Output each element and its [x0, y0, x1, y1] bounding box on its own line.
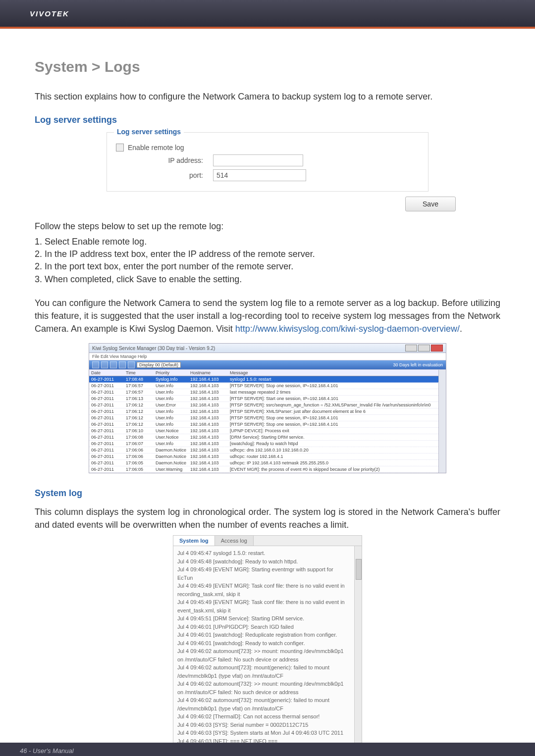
table-row[interactable]: 06-27-201117:08:48Syslog.Info192.168.4.1… [89, 376, 438, 383]
table-cell: 06-27-2011 [91, 460, 126, 465]
toolbar-icon[interactable] [101, 361, 108, 368]
table-cell: User.Info [156, 383, 190, 388]
table-cell: 192.168.4.103 [190, 448, 230, 453]
table-cell: User.Info [156, 422, 190, 427]
page-content: System > Logs This section explains how … [0, 29, 535, 756]
kiwi-title-text: Kiwi Syslog Service Manager (30 Day tria… [92, 346, 215, 351]
table-cell: 17:06:07 [126, 441, 156, 446]
ip-address-input[interactable] [213, 154, 303, 166]
tab-access-log[interactable]: Access log [215, 536, 254, 546]
table-cell: 17:06:05 [126, 467, 156, 472]
table-row[interactable]: 06-27-201117:06:05Daemon.Notice192.168.4… [89, 460, 438, 466]
table-cell: [DRM Service]: Starting DRM service. [230, 435, 436, 440]
table-cell: 06-27-2011 [91, 403, 126, 407]
table-cell: 17:06:12 [126, 422, 156, 427]
table-row[interactable]: 06-27-201117:06:57User.Info192.168.4.103… [89, 383, 438, 389]
table-cell: 17:06:05 [126, 460, 156, 465]
log-server-settings-panel: Log server settings Enable remote log IP… [107, 132, 428, 192]
table-row[interactable]: 06-27-201117:06:06Daemon.Notice192.168.4… [89, 454, 438, 460]
col-priority: Priority [156, 370, 190, 375]
table-row[interactable]: 06-27-201117:06:57User.Info192.168.4.103… [89, 389, 438, 396]
minimize-icon[interactable] [405, 345, 417, 352]
kiwi-menubar[interactable]: File Edit View Manage Help [89, 353, 446, 360]
table-cell: 06-27-2011 [91, 428, 126, 433]
log-line: Jul 4 09:46:03 [SYS]: Serial number = 00… [177, 721, 350, 729]
steps-intro: Follow the steps below to set up the rem… [35, 221, 500, 232]
table-cell: 192.168.4.103 [190, 396, 230, 401]
col-date: Date [91, 370, 126, 375]
table-row[interactable]: 06-27-201117:06:05User.Warning192.168.4.… [89, 466, 438, 473]
table-cell: User.Info [156, 441, 190, 446]
tab-system-log[interactable]: System log [173, 536, 215, 546]
table-cell: 192.168.4.103 [190, 460, 230, 465]
table-row[interactable]: 06-27-201117:06:06Daemon.Notice192.168.4… [89, 447, 438, 454]
toolbar-icon[interactable] [128, 361, 135, 368]
table-cell: [RTSP SERVER]: Start one session, IP=192… [230, 396, 436, 401]
kiwi-link[interactable]: http://www.kiwisyslog.com/kiwi-syslog-da… [235, 324, 460, 334]
table-cell: 06-27-2011 [91, 454, 126, 459]
table-cell: 17:06:08 [126, 435, 156, 440]
table-cell: 06-27-2011 [91, 383, 126, 388]
table-cell: [UPNP DEVICE]: Process exit [230, 428, 436, 433]
ip-address-label: IP address: [114, 156, 213, 164]
toolbar-icon[interactable] [92, 361, 99, 368]
table-cell: User.Info [156, 409, 190, 414]
table-cell: 17:06:10 [126, 428, 156, 433]
col-time: Time [126, 370, 156, 375]
table-cell: User.Warning [156, 467, 190, 472]
table-row[interactable]: 06-27-201117:06:12User.Info192.168.4.103… [89, 408, 438, 415]
log-line: Jul 4 09:46:01 [swatchdog]: Reduplicate … [177, 631, 350, 639]
scroll-thumb[interactable] [356, 559, 362, 580]
table-cell: 17:06:57 [126, 390, 156, 395]
table-cell: 06-27-2011 [91, 441, 126, 446]
table-cell: udhcpc: dns 192.168.0.10 192.168.0.20 [230, 448, 436, 453]
kiwi-table: Date Time Priority Hostname Message 06-2… [89, 370, 438, 473]
table-row[interactable]: 06-27-201117:06:13User.Info192.168.4.103… [89, 396, 438, 402]
table-cell: User.Info [156, 390, 190, 395]
table-cell: User.Info [156, 396, 190, 401]
close-icon[interactable] [431, 345, 443, 352]
system-log-scrollbar[interactable] [354, 546, 362, 748]
table-cell: [swatchdog]: Ready to watch httpd [230, 441, 436, 446]
brand-logo: VIVOTEK [30, 9, 69, 18]
maximize-icon[interactable] [418, 345, 430, 352]
log-line: Jul 4 09:45:47 syslogd 1.5.0: restart. [177, 549, 350, 557]
table-cell: [RTSP SERVER]: Stop one session, IP=192.… [230, 415, 436, 420]
system-log-panel: System log Access log Jul 4 09:45:47 sys… [173, 535, 362, 749]
table-row[interactable]: 06-27-201117:06:10User.Notice192.168.4.1… [89, 428, 438, 434]
log-server-heading: Log server settings [35, 115, 500, 125]
table-cell: 17:06:57 [126, 383, 156, 388]
table-row[interactable]: 06-27-201117:06:12User.Error192.168.4.10… [89, 402, 438, 408]
toolbar-icon[interactable] [110, 361, 117, 368]
table-cell: 192.168.4.103 [190, 409, 230, 414]
table-row[interactable]: 06-27-201117:06:12User.Info192.168.4.103… [89, 415, 438, 421]
enable-remote-log-checkbox[interactable] [116, 144, 124, 151]
kiwi-scrollbar[interactable] [438, 370, 446, 473]
steps-list: 1. Select Enable remote log. 2. In the I… [35, 236, 500, 286]
step-1: 1. Select Enable remote log. [35, 236, 500, 248]
col-message: Message [230, 370, 436, 375]
table-cell: 17:06:12 [126, 409, 156, 414]
log-line: Jul 4 09:45:51 [DRM Service]: Starting D… [177, 614, 350, 623]
toolbar-icon[interactable] [119, 361, 126, 368]
table-cell: 17:06:06 [126, 454, 156, 459]
trial-text: 30 Days left in evaluation [393, 362, 443, 367]
remote-paragraph: You can configure the Network Camera to … [35, 297, 500, 335]
table-cell: Syslog.Info [156, 377, 190, 382]
display-dropdown[interactable]: Display 00 (Default) [137, 362, 181, 368]
table-cell: Daemon.Notice [156, 454, 190, 459]
table-cell: [RTSP SERVER]: Stop one session, IP=192.… [230, 422, 436, 427]
log-line: Jul 4 09:45:49 [EVENT MGR]: Task conf fi… [177, 582, 350, 598]
save-button[interactable]: Save [405, 197, 456, 211]
table-cell: udhcpc: IP 192.168.4.103 netmask 255.255… [230, 460, 436, 465]
log-line: Jul 4 09:45:49 [EVENT MGR]: Task conf fi… [177, 598, 350, 614]
table-cell: 192.168.4.103 [190, 422, 230, 427]
table-row[interactable]: 06-27-201117:06:07User.Info192.168.4.103… [89, 441, 438, 447]
log-line: Jul 4 09:46:02 automount[732]: >> mount:… [177, 680, 350, 696]
table-row[interactable]: 06-27-201117:06:12User.Info192.168.4.103… [89, 421, 438, 428]
table-cell: 06-27-2011 [91, 409, 126, 414]
table-row[interactable]: 06-27-201117:06:08User.Notice192.168.4.1… [89, 434, 438, 441]
table-cell: 06-27-2011 [91, 396, 126, 401]
table-cell: 06-27-2011 [91, 377, 126, 382]
port-input[interactable]: 514 [213, 169, 306, 181]
